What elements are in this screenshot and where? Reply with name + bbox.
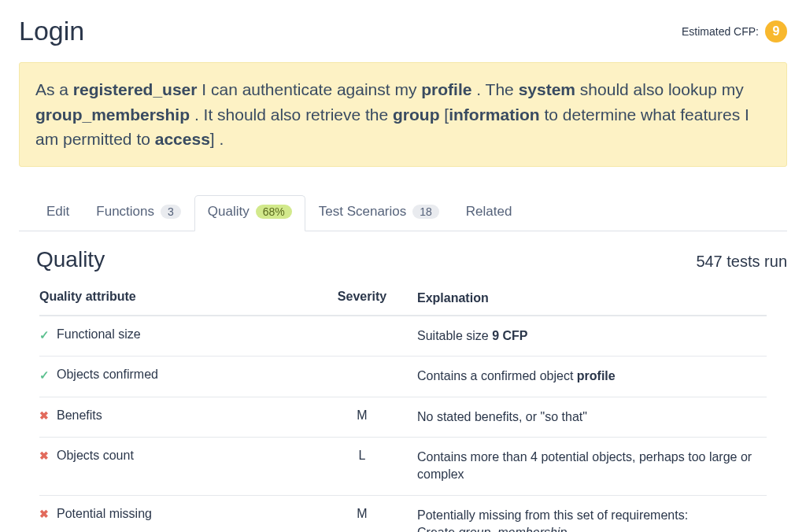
tab-related[interactable]: Related <box>453 195 526 231</box>
tab-label: Edit <box>46 204 69 220</box>
story-entity: information <box>449 105 540 124</box>
severity-value: L <box>307 449 417 484</box>
attribute-name: Potential missing <box>57 507 152 521</box>
cross-icon: ✖ <box>39 449 50 463</box>
tab-quality-pct-badge: 68% <box>256 205 292 219</box>
story-entity: group <box>393 105 439 124</box>
tab-label: Quality <box>208 204 250 220</box>
story-text: [ <box>440 105 449 124</box>
explanation-text: Potentially missing from this set of req… <box>417 507 767 532</box>
story-text: ] . <box>210 130 224 148</box>
page-title: Login <box>19 16 84 46</box>
table-row: ✖ Benefits M No stated benefits, or "so … <box>39 397 767 438</box>
explanation-text: Suitable size 9 CFP <box>417 327 767 345</box>
tab-count-badge: 3 <box>161 205 181 219</box>
col-header-explanation: Explanation <box>417 290 767 307</box>
story-text: As a <box>35 80 73 98</box>
severity-value <box>307 368 417 385</box>
tabs: Edit Functions 3 Quality 68% Test Scenar… <box>19 195 787 231</box>
page-header: Login Estimated CFP: 9 <box>19 16 787 46</box>
severity-value <box>307 327 417 345</box>
explanation-text: No stated benefits, or "so that" <box>417 408 767 426</box>
story-entity: profile <box>421 80 471 98</box>
tab-count-badge: 18 <box>412 205 439 219</box>
attribute-name: Objects count <box>57 449 134 463</box>
tab-edit[interactable]: Edit <box>33 195 83 231</box>
section-header: Quality 547 tests run <box>19 242 787 282</box>
story-text: . It should also retrieve the <box>190 105 393 124</box>
table-header-row: Quality attribute Severity Explanation <box>39 282 767 316</box>
attribute-name: Objects confirmed <box>57 368 158 382</box>
story-text: . The <box>471 80 518 98</box>
cfp-badge[interactable]: 9 <box>765 20 787 42</box>
section-title: Quality <box>36 247 105 272</box>
check-icon: ✓ <box>39 368 50 383</box>
tab-label: Test Scenarios <box>319 204 407 220</box>
story-entity: group_membership <box>35 105 190 124</box>
tab-functions[interactable]: Functions 3 <box>83 195 194 231</box>
check-icon: ✓ <box>39 327 50 343</box>
severity-value: M <box>307 408 417 426</box>
story-entity: registered_user <box>73 80 198 98</box>
table-row: ✓ Functional size Suitable size 9 CFP <box>39 316 767 357</box>
attribute-name: Benefits <box>57 408 102 423</box>
attribute-name: Functional size <box>57 327 141 342</box>
user-story: As a registered_user I can authenticate … <box>19 62 787 167</box>
cross-icon: ✖ <box>39 408 50 423</box>
tab-label: Related <box>466 204 512 220</box>
tab-label: Functions <box>96 204 154 220</box>
tab-test-scenarios[interactable]: Test Scenarios 18 <box>305 195 453 231</box>
tests-run-label: 547 tests run <box>696 253 787 271</box>
story-entity: access <box>155 130 210 148</box>
quality-table: Quality attribute Severity Explanation ✓… <box>19 282 787 533</box>
severity-value: M <box>307 507 417 532</box>
story-text: should also lookup my <box>575 80 744 98</box>
col-header-severity: Severity <box>307 290 417 307</box>
cross-icon: ✖ <box>39 507 50 521</box>
table-row: ✖ Objects count L Contains more than 4 p… <box>39 438 767 496</box>
table-row: ✖ Potential missing M Potentially missin… <box>39 496 767 532</box>
story-text: I can authenticate against my <box>197 80 421 98</box>
table-row: ✓ Objects confirmed Contains a confirmed… <box>39 357 767 397</box>
tab-quality[interactable]: Quality 68% <box>194 195 305 231</box>
cfp-label: Estimated CFP: <box>682 25 759 38</box>
cfp-group: Estimated CFP: 9 <box>682 20 787 42</box>
explanation-text: Contains more than 4 potential objects, … <box>417 449 767 484</box>
col-header-attribute: Quality attribute <box>39 290 307 307</box>
story-entity: system <box>519 80 575 98</box>
explanation-text: Contains a confirmed object profile <box>417 368 767 385</box>
